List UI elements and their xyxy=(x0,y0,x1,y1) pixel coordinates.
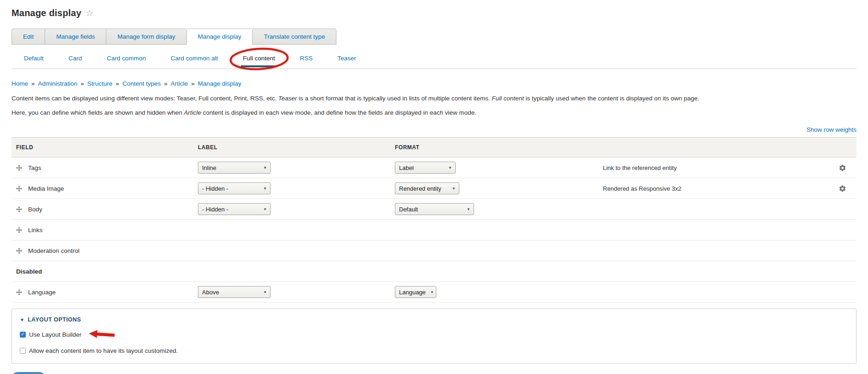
favorite-star-icon[interactable]: ☆ xyxy=(86,9,93,18)
view-mode-tab-label: Full content xyxy=(243,55,275,62)
layout-options-legend[interactable]: ▼ LAYOUT OPTIONS xyxy=(20,316,848,323)
view-mode-tab-rss[interactable]: RSS xyxy=(287,48,325,69)
select-value: - Hidden - xyxy=(202,206,228,213)
red-arrow-annotation xyxy=(88,329,115,340)
disabled-section-row: Disabled xyxy=(12,261,856,282)
field-name: Moderation control xyxy=(28,247,80,254)
breadcrumb-separator: » xyxy=(164,80,168,87)
drag-handle-icon[interactable] xyxy=(16,227,22,233)
table-row: Links xyxy=(12,220,856,240)
media-image-format-select[interactable]: Rendered entity▼ xyxy=(395,182,459,194)
intro-paragraph-fields: Here, you can define which fields are sh… xyxy=(12,109,856,117)
tab-translate-content-type[interactable]: Translate content type xyxy=(253,29,336,45)
format-summary: Link to the referenced entity xyxy=(591,164,831,171)
manage-display-page: Manage display ☆ Edit Manage fields Mana… xyxy=(0,6,868,374)
select-value: Rendered entity xyxy=(399,185,441,192)
media-image-label-select[interactable]: - Hidden -▼ xyxy=(198,182,271,194)
select-value: Above xyxy=(202,289,219,296)
breadcrumb-separator: » xyxy=(81,80,84,87)
table-row: Moderation control xyxy=(12,240,856,261)
tags-format-select[interactable]: Label▼ xyxy=(395,162,456,174)
select-value: Inline xyxy=(202,164,216,171)
view-mode-tab-card[interactable]: Card xyxy=(56,48,94,69)
language-format-select[interactable]: Language▼ xyxy=(395,286,436,298)
show-row-weights-link[interactable]: Show row weights xyxy=(806,126,856,133)
format-summary: Rendered as Responsive 3x2 xyxy=(591,185,831,192)
layout-options-title: LAYOUT OPTIONS xyxy=(28,316,81,323)
layout-options-fieldset: ▼ LAYOUT OPTIONS ✓ Use Layout Builder Al… xyxy=(12,309,856,364)
dropdown-arrow-icon: ▼ xyxy=(263,166,267,170)
breadcrumb-article[interactable]: Article xyxy=(171,80,188,87)
tab-manage-fields[interactable]: Manage fields xyxy=(45,29,106,45)
table-row: Language Above▼ Language▼ xyxy=(12,282,856,303)
primary-tabs: Edit Manage fields Manage form display M… xyxy=(12,29,856,45)
column-header-format: FORMAT xyxy=(395,144,591,151)
view-mode-tab-card-common[interactable]: Card common xyxy=(94,48,158,69)
table-header-row: FIELD LABEL FORMAT xyxy=(12,138,856,158)
dropdown-arrow-icon: ▼ xyxy=(448,166,452,170)
drag-handle-icon[interactable] xyxy=(16,186,22,192)
select-value: Default xyxy=(399,206,418,213)
view-mode-tab-teaser[interactable]: Teaser xyxy=(325,48,369,69)
dropdown-arrow-icon: ▼ xyxy=(452,187,456,191)
page-header: Manage display ☆ xyxy=(12,6,856,19)
tab-edit[interactable]: Edit xyxy=(12,29,45,45)
allow-custom-layout-label: Allow each content item to have its layo… xyxy=(29,347,178,354)
select-value: - Hidden - xyxy=(202,185,228,192)
gear-icon[interactable] xyxy=(839,185,846,193)
allow-custom-layout-checkbox[interactable] xyxy=(20,348,26,354)
table-row: Media Image - Hidden -▼ Rendered entity▼… xyxy=(12,178,856,199)
intro-paragraph-view-modes: Content items can be displayed using dif… xyxy=(12,94,856,103)
tags-label-select[interactable]: Inline▼ xyxy=(198,162,271,174)
body-format-select[interactable]: Default▼ xyxy=(395,203,474,215)
active-tab-underline xyxy=(241,65,278,67)
language-label-select[interactable]: Above▼ xyxy=(198,286,271,298)
allow-custom-layout-row: Allow each content item to have its layo… xyxy=(20,346,848,355)
dropdown-arrow-icon: ▼ xyxy=(263,207,267,211)
field-name: Language xyxy=(28,289,56,296)
field-name: Links xyxy=(28,227,43,234)
table-row: Body - Hidden -▼ Default▼ xyxy=(12,199,856,220)
gear-icon[interactable] xyxy=(839,164,846,172)
view-mode-tab-full-content[interactable]: Full content xyxy=(231,48,288,69)
collapse-triangle-icon: ▼ xyxy=(20,317,24,322)
dropdown-arrow-icon: ▼ xyxy=(263,187,267,191)
view-mode-tab-default[interactable]: Default xyxy=(12,48,56,69)
save-button[interactable]: Save xyxy=(12,372,46,374)
drag-handle-icon[interactable] xyxy=(16,165,22,171)
select-value: Language xyxy=(399,289,426,296)
dropdown-arrow-icon: ▼ xyxy=(430,290,434,294)
breadcrumb-structure[interactable]: Structure xyxy=(87,80,113,87)
breadcrumb-separator: » xyxy=(191,80,195,87)
row-weights-container: Show row weights xyxy=(12,126,856,134)
column-header-field: FIELD xyxy=(12,144,198,151)
tab-manage-form-display[interactable]: Manage form display xyxy=(106,29,186,45)
view-mode-tab-card-common-alt[interactable]: Card common alt xyxy=(158,48,231,69)
drag-handle-icon[interactable] xyxy=(16,289,22,295)
drag-handle-icon[interactable] xyxy=(16,206,22,212)
use-layout-builder-row: ✓ Use Layout Builder xyxy=(20,330,848,339)
dropdown-arrow-icon: ▼ xyxy=(263,290,267,294)
page-title: Manage display xyxy=(12,8,81,18)
column-header-label: LABEL xyxy=(198,144,395,151)
view-mode-tabs: Default Card Card common Card common alt… xyxy=(12,48,856,69)
drag-handle-icon[interactable] xyxy=(16,248,22,254)
select-value: Label xyxy=(399,164,414,171)
breadcrumb-administration[interactable]: Administration xyxy=(38,80,78,87)
breadcrumb-manage-display[interactable]: Manage display xyxy=(198,80,242,87)
body-label-select[interactable]: - Hidden -▼ xyxy=(198,203,271,215)
table-row: Tags Inline▼ Label▼ Link to the referenc… xyxy=(12,158,856,178)
disabled-section-label: Disabled xyxy=(12,268,198,275)
breadcrumb-content-types[interactable]: Content types xyxy=(122,80,161,87)
use-layout-builder-label: Use Layout Builder xyxy=(29,331,81,338)
breadcrumb-separator: » xyxy=(31,80,35,87)
breadcrumb-separator: » xyxy=(116,80,119,87)
field-display-table: FIELD LABEL FORMAT Tags Inline▼ Label▼ L… xyxy=(12,137,856,303)
field-name: Body xyxy=(28,206,42,213)
field-name: Tags xyxy=(28,164,41,171)
breadcrumb-home[interactable]: Home xyxy=(12,80,28,87)
dropdown-arrow-icon: ▼ xyxy=(467,207,470,211)
tab-manage-display[interactable]: Manage display xyxy=(186,29,253,45)
breadcrumb: Home»Administration»Structure»Content ty… xyxy=(12,80,856,88)
use-layout-builder-checkbox[interactable]: ✓ xyxy=(20,332,26,338)
